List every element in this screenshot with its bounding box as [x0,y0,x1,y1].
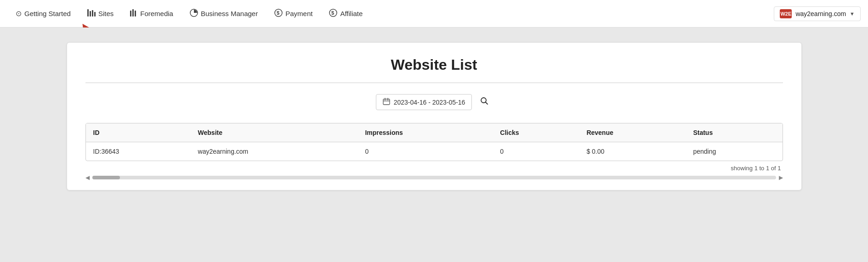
nav-item-payment[interactable]: $ Payment [266,0,321,28]
website-table-wrapper: ID Website Impressions Clicks Revenue St… [85,123,783,161]
chevron-down-icon: ▼ [850,11,855,17]
cell-website: way2earning.com [191,142,358,161]
navbar: ⊙ Getting Started Sites [0,0,868,28]
site-name: way2earning.com [795,10,846,17]
col-header-impressions: Impressions [357,123,493,142]
nav-label-foremedia: Foremedia [140,10,173,17]
nav-label-getting-started: Getting Started [24,10,71,17]
filter-row: 2023-04-16 - 2023-05-16 [85,94,783,110]
svg-rect-0 [87,9,89,17]
foremedia-icon [130,9,137,18]
nav-label-sites: Sites [98,10,113,17]
svg-rect-14 [383,99,390,105]
table-row: ID:36643 way2earning.com 0 0 $ 0.00 pend… [86,142,783,161]
nav-item-getting-started[interactable]: ⊙ Getting Started [7,0,79,28]
nav-item-business-manager[interactable]: Business Manager [182,0,266,28]
nav-item-affiliate[interactable]: $ Affiliate [321,0,371,28]
site-selector[interactable]: W2E way2earning.com ▼ [774,6,861,21]
table-header: ID Website Impressions Clicks Revenue St… [86,123,783,142]
svg-rect-4 [130,11,131,17]
nav-label-business-manager: Business Manager [201,10,258,17]
website-table: ID Website Impressions Clicks Revenue St… [86,123,783,161]
scrollbar: ◀ ▶ [85,174,783,181]
svg-line-19 [486,102,488,105]
table-body: ID:36643 way2earning.com 0 0 $ 0.00 pend… [86,142,783,161]
svg-rect-1 [90,11,91,17]
svg-rect-3 [94,12,96,17]
col-header-status: Status [686,123,782,142]
scroll-left-icon[interactable]: ◀ [85,174,90,181]
calendar-icon [383,98,390,106]
nav-items: ⊙ Getting Started Sites [7,0,774,28]
sites-icon [87,9,96,18]
svg-rect-6 [135,11,136,17]
getting-started-icon: ⊙ [16,9,22,18]
search-button[interactable] [477,95,492,109]
col-header-revenue: Revenue [579,123,686,142]
date-range-picker[interactable]: 2023-04-16 - 2023-05-16 [376,94,472,110]
date-range-value: 2023-04-16 - 2023-05-16 [394,99,465,106]
site-logo: W2E [780,9,792,18]
cell-id: ID:36643 [86,142,191,161]
svg-text:$: $ [331,10,334,16]
scroll-right-icon[interactable]: ▶ [779,174,783,181]
col-header-clicks: Clicks [493,123,579,142]
svg-rect-2 [92,10,93,17]
website-list-card: Website List 2023-04-16 - 2023-05-16 [67,42,802,190]
affiliate-icon: $ [329,9,337,19]
svg-rect-5 [132,9,134,17]
business-manager-icon [190,9,198,19]
nav-label-payment: Payment [285,10,312,17]
col-header-id: ID [86,123,191,142]
scroll-track [92,176,776,179]
col-header-website: Website [191,123,358,142]
cell-clicks: 0 [493,142,579,161]
page-title: Website List [85,56,783,73]
svg-text:$: $ [277,10,279,16]
title-divider [85,83,783,83]
cell-impressions: 0 [357,142,493,161]
nav-item-sites[interactable]: Sites [79,0,122,28]
scroll-thumb [92,176,120,179]
nav-item-foremedia[interactable]: Foremedia [122,0,182,28]
payment-icon: $ [274,9,283,19]
main-area: Website List 2023-04-16 - 2023-05-16 [0,28,868,262]
nav-label-affiliate: Affiliate [340,10,363,17]
nav-right: W2E way2earning.com ▼ [774,6,861,21]
cell-revenue: $ 0.00 [579,142,686,161]
pagination-info: showing 1 to 1 of 1 [85,165,783,172]
cell-status: pending [686,142,782,161]
